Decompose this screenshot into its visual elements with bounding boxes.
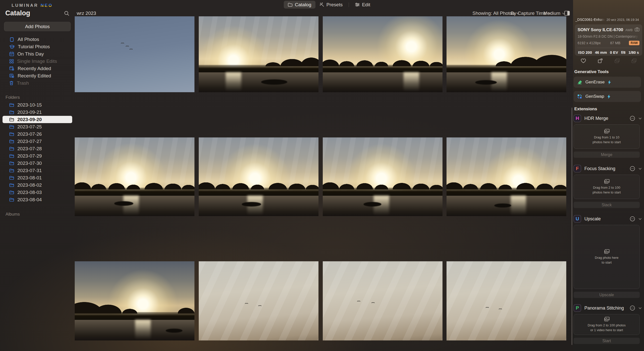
more-circle-icon[interactable] — [630, 305, 635, 311]
folder-item-2023-07-30[interactable]: 2023-07-30 — [0, 160, 75, 167]
filename: _DSC0061-Enhanced — [575, 18, 605, 22]
generase-button[interactable]: GenErase — [574, 77, 641, 88]
sort-order-label: By Capture Time — [511, 11, 546, 16]
photo-thumbnail[interactable] — [323, 137, 442, 216]
photo-thumbnail[interactable] — [199, 16, 318, 92]
photo-thumbnail[interactable] — [323, 16, 442, 92]
thumb-size-label: Medium — [543, 11, 560, 16]
extension-letter: P — [576, 305, 579, 311]
tab-catalog[interactable]: Catalog — [284, 1, 315, 9]
tab-label: Edit — [362, 2, 370, 8]
photos-stack-icon — [604, 249, 610, 254]
start-button[interactable]: Start — [574, 338, 640, 344]
photo-thumbnail[interactable] — [75, 137, 194, 216]
more-circle-icon[interactable] — [630, 216, 635, 222]
toggle-panel-icon[interactable] — [564, 11, 570, 17]
paste-adjustments-icon[interactable] — [630, 57, 637, 64]
favorite-heart-icon[interactable] — [580, 57, 587, 64]
photos-stack-icon — [604, 179, 610, 184]
dropzone-hint: Drag from 2 to 100photos here to start — [592, 185, 621, 195]
photo-thumbnail[interactable] — [75, 261, 194, 340]
trash-icon — [9, 81, 14, 85]
extension-button-label: Stack — [601, 203, 612, 207]
folder-label: 2023-07-31 — [17, 168, 42, 173]
folder-item-2023-07-28[interactable]: 2023-07-28 — [0, 145, 75, 152]
folder-label: 2023-07-27 — [17, 139, 42, 144]
upscale-button[interactable]: Upscale — [574, 292, 640, 298]
photo-shore — [447, 188, 566, 196]
photo-thumbnail[interactable] — [323, 261, 442, 340]
extension-card-panorama-stitching: PPanorama StitchingDrag from 2 to 100 ph… — [574, 304, 642, 344]
more-circle-icon[interactable] — [630, 166, 635, 171]
aperture-value: f/8 — [621, 50, 626, 55]
more-circle-icon[interactable] — [630, 116, 635, 121]
folder-item-2023-10-15[interactable]: 2023-10-15 — [0, 101, 75, 109]
folder-item-2023-09-21[interactable]: 2023-09-21 — [0, 109, 75, 116]
sidebar-item-recently-added[interactable]: Recently Added — [0, 65, 75, 72]
sidebar-item-single-image-edits[interactable]: Single Image Edits — [0, 58, 75, 65]
stack-button[interactable]: Stack — [574, 202, 640, 208]
sidebar-item-trash[interactable]: Trash — [0, 79, 75, 87]
folder-item-2023-07-25[interactable]: 2023-07-25 — [0, 123, 75, 130]
tab-edit[interactable]: Edit — [351, 1, 374, 9]
sidebar-item-on-this-day[interactable]: On This Day — [0, 50, 75, 58]
sidebar-item-tutorial-photos[interactable]: Tutorial Photos — [0, 43, 75, 50]
folder-item-2023-08-02[interactable]: 2023-08-02 — [0, 181, 75, 189]
catalog-title: Catalog — [5, 9, 30, 17]
photo-sun-reflection — [135, 320, 151, 340]
photo-thumbnail[interactable] — [199, 261, 318, 340]
sidebar-item-recently-edited[interactable]: Recently Edited — [0, 72, 75, 79]
chevron-down-icon[interactable] — [639, 167, 641, 170]
photos-stack-icon — [604, 317, 610, 322]
folder-item-2023-07-26[interactable]: 2023-07-26 — [0, 130, 75, 138]
thumb-size-dropdown[interactable]: Medium — [543, 11, 564, 16]
ev-value: 0 EV — [610, 50, 618, 55]
capture-datetime: 20 wrz 2023, 06:19:34 — [607, 18, 639, 22]
shutter-value: 1/80 s — [628, 50, 639, 55]
photo-thumbnail[interactable] — [199, 137, 318, 216]
logo-luminar: LUMINAR — [12, 3, 38, 8]
extension-card-focus-stacking: FFocus StackingDrag from 2 to 100photos … — [574, 165, 642, 208]
exif-values-row: ISO 200 46 mm 0 EV f/8 1/80 s — [578, 48, 639, 55]
photo-island — [166, 329, 183, 333]
bird-icon — [371, 302, 375, 303]
tab-presets[interactable]: Presets — [315, 1, 347, 9]
add-photos-button[interactable]: Add Photos — [4, 22, 71, 31]
rotate-icon[interactable] — [597, 57, 604, 64]
folder-item-2023-08-04[interactable]: 2023-08-04 — [0, 196, 75, 203]
folder-item-2023-08-03[interactable]: 2023-08-03 — [0, 189, 75, 196]
folder-item-2023-07-27[interactable]: 2023-07-27 — [0, 138, 75, 145]
panel-scrollbar[interactable] — [572, 108, 572, 345]
extension-dropzone[interactable]: Drag from 2 to 100 photosor 1 video here… — [574, 314, 640, 335]
dropzone-hint: Drag photo hereto start — [595, 256, 619, 265]
search-icon[interactable] — [64, 11, 69, 17]
photo-water — [199, 72, 318, 92]
photo-thumbnail[interactable] — [447, 16, 566, 92]
folder-label: 2023-08-02 — [17, 182, 42, 188]
copy-adjustments-icon[interactable] — [614, 57, 621, 64]
folder-item-2023-07-29[interactable]: 2023-07-29 — [0, 152, 75, 160]
merge-button[interactable]: Merge — [574, 152, 640, 158]
sidebar-item-all-photos[interactable]: All Photos — [0, 36, 75, 43]
extension-dropzone[interactable]: Drag from 1 to 10photos here to start — [574, 124, 640, 149]
bird-icon — [129, 48, 133, 50]
extension-dropzone[interactable]: Drag photo hereto start — [574, 225, 640, 289]
folder-item-2023-08-01[interactable]: 2023-08-01 — [0, 174, 75, 181]
chevron-down-icon[interactable] — [639, 306, 641, 309]
sidebar-item-label: All Photos — [18, 37, 39, 42]
photo-thumbnail[interactable] — [447, 137, 566, 216]
photo-thumbnail[interactable] — [447, 261, 566, 340]
folder-icon — [9, 183, 14, 187]
chevron-down-icon[interactable] — [639, 117, 641, 119]
extension-dropzone[interactable]: Drag from 2 to 100photos here to start — [574, 175, 640, 199]
sidebar-item-label: Single Image Edits — [17, 59, 57, 64]
photos-stack-icon — [604, 129, 610, 134]
folder-label: 2023-10-15 — [17, 102, 42, 108]
chevron-down-icon[interactable] — [639, 217, 641, 220]
folder-item-2023-09-20[interactable]: 2023-09-20 — [0, 116, 75, 123]
photo-thumbnail[interactable] — [75, 16, 194, 92]
folder-item-2023-07-31[interactable]: 2023-07-31 — [0, 167, 75, 174]
grid-icon — [9, 59, 14, 64]
photo-treeline — [199, 174, 318, 189]
genswap-button[interactable]: GenSwap — [574, 91, 641, 102]
